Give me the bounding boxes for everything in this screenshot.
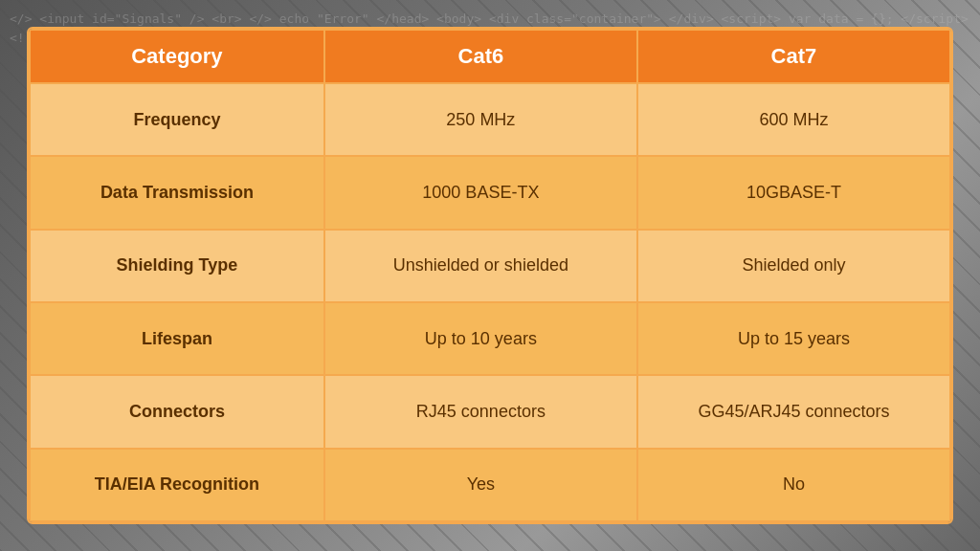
table-row: Data Transmission1000 BASE-TX10GBASE-T	[30, 156, 950, 229]
row-cat6-value: Up to 10 years	[324, 302, 637, 375]
row-cat7-value: Shielded only	[637, 230, 950, 302]
row-category: Frequency	[30, 83, 324, 156]
row-category: Connectors	[30, 375, 324, 448]
row-cat6-value: Yes	[324, 449, 637, 521]
row-cat7-value: 10GBASE-T	[637, 156, 950, 229]
table-row: Shielding TypeUnshielded or shieldedShie…	[30, 230, 950, 302]
table-row: Frequency250 MHz600 MHz	[30, 83, 950, 156]
header-cat7: Cat7	[637, 30, 950, 83]
header-cat6: Cat6	[324, 30, 637, 83]
row-category: Lifespan	[30, 302, 324, 375]
row-cat7-value: GG45/ARJ45 connectors	[637, 375, 950, 448]
header-category: Category	[30, 30, 324, 83]
comparison-table-container: Category Cat6 Cat7 Frequency250 MHz600 M…	[27, 27, 953, 524]
table-row: TIA/EIA RecognitionYesNo	[30, 449, 950, 521]
row-cat6-value: RJ45 connectors	[324, 375, 637, 448]
row-category: Shielding Type	[30, 230, 324, 302]
row-cat6-value: 1000 BASE-TX	[324, 156, 637, 229]
comparison-table: Category Cat6 Cat7 Frequency250 MHz600 M…	[29, 29, 951, 522]
row-category: TIA/EIA Recognition	[30, 449, 324, 521]
table-row: ConnectorsRJ45 connectorsGG45/ARJ45 conn…	[30, 375, 950, 448]
row-cat6-value: Unshielded or shielded	[324, 230, 637, 302]
row-category: Data Transmission	[30, 156, 324, 229]
row-cat7-value: Up to 15 years	[637, 302, 950, 375]
row-cat7-value: No	[637, 449, 950, 521]
table-row: LifespanUp to 10 yearsUp to 15 years	[30, 302, 950, 375]
row-cat7-value: 600 MHz	[637, 83, 950, 156]
header-row: Category Cat6 Cat7	[30, 30, 950, 83]
row-cat6-value: 250 MHz	[324, 83, 637, 156]
